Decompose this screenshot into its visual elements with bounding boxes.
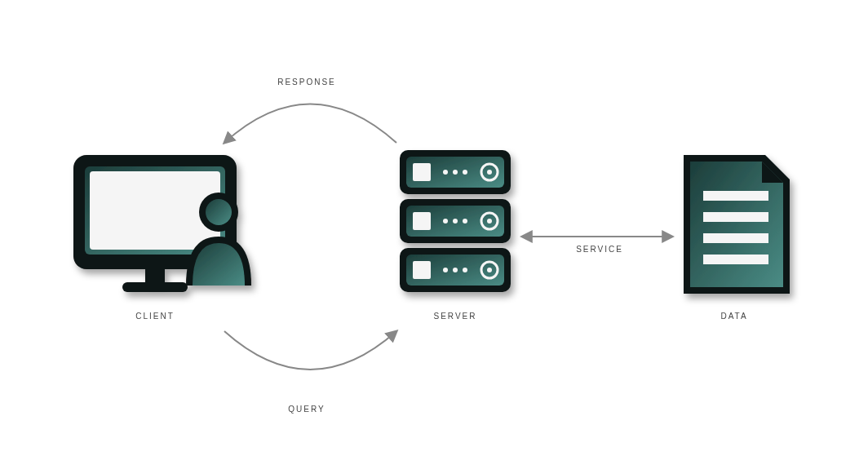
client-label: CLIENT — [135, 312, 175, 321]
query-label: QUERY — [288, 405, 325, 414]
svg-rect-23 — [400, 248, 511, 292]
response-arrow — [224, 104, 396, 144]
svg-rect-32 — [703, 212, 768, 222]
svg-point-28 — [463, 268, 467, 272]
svg-point-26 — [443, 268, 448, 272]
server-icon — [400, 150, 511, 292]
svg-rect-16 — [406, 206, 504, 237]
svg-rect-15 — [400, 199, 511, 243]
svg-point-6 — [206, 199, 232, 225]
svg-point-10 — [443, 170, 448, 175]
svg-point-13 — [481, 164, 498, 180]
svg-point-14 — [487, 170, 492, 175]
svg-point-30 — [487, 268, 492, 272]
client-icon — [73, 155, 251, 292]
server-label: SERVER — [434, 312, 477, 321]
svg-rect-31 — [703, 191, 768, 201]
svg-rect-25 — [413, 261, 431, 279]
svg-rect-1 — [85, 166, 225, 255]
svg-point-22 — [487, 219, 492, 224]
svg-point-5 — [199, 193, 238, 232]
svg-rect-17 — [413, 212, 431, 230]
svg-rect-4 — [122, 282, 188, 292]
svg-point-29 — [481, 262, 498, 278]
svg-rect-0 — [73, 155, 237, 269]
svg-point-18 — [443, 219, 448, 224]
svg-rect-9 — [413, 163, 431, 181]
svg-rect-7 — [400, 150, 511, 194]
svg-point-12 — [463, 170, 467, 175]
data-icon — [684, 155, 790, 294]
response-label: RESPONSE — [277, 77, 336, 86]
svg-point-27 — [453, 268, 458, 272]
data-label: DATA — [720, 312, 747, 321]
svg-rect-2 — [90, 171, 220, 250]
query-arrow — [224, 331, 396, 370]
svg-point-11 — [453, 170, 458, 175]
svg-rect-34 — [703, 255, 768, 264]
svg-point-21 — [481, 213, 498, 229]
svg-rect-8 — [406, 157, 504, 188]
svg-rect-24 — [406, 255, 504, 286]
service-label: SERVICE — [576, 245, 623, 254]
svg-point-20 — [463, 219, 467, 224]
svg-rect-3 — [145, 269, 165, 284]
svg-rect-33 — [703, 233, 768, 243]
svg-point-19 — [453, 219, 458, 224]
